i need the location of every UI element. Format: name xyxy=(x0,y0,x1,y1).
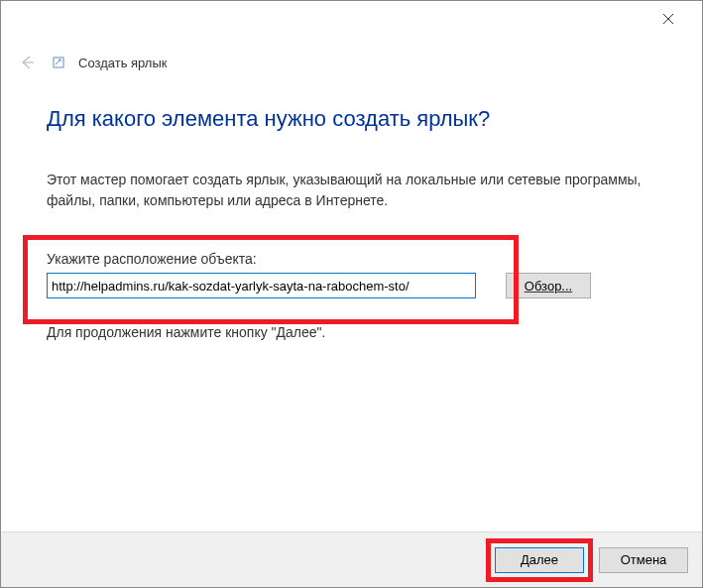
location-label: Укажите расположение объекта: xyxy=(47,251,656,267)
next-mnemonic: Д xyxy=(521,552,529,567)
wizard-header: Создать ярлык xyxy=(1,33,702,74)
cancel-button[interactable]: Отмена xyxy=(599,547,688,573)
next-button-wrap: Далее xyxy=(490,542,589,578)
browse-rest: бзор... xyxy=(534,279,572,294)
close-icon xyxy=(662,13,674,25)
titlebar xyxy=(1,1,702,33)
wizard-title: Создать ярлык xyxy=(78,56,167,70)
close-button[interactable] xyxy=(646,5,690,33)
browse-button[interactable]: Обзор... xyxy=(506,273,591,298)
continue-hint: Для продолжения нажмите кнопку "Далее". xyxy=(47,324,656,340)
page-heading: Для какого элемента нужно создать ярлык? xyxy=(47,106,656,132)
browse-mnemonic: О xyxy=(525,279,534,294)
next-button[interactable]: Далее xyxy=(495,547,584,573)
shortcut-wizard-icon xyxy=(53,57,64,68)
back-arrow-icon xyxy=(18,54,36,71)
location-input[interactable] xyxy=(47,273,476,298)
next-rest: алее xyxy=(529,552,558,567)
back-button[interactable] xyxy=(15,51,39,74)
location-section: Укажите расположение объекта: Обзор... xyxy=(47,251,656,298)
wizard-description: Этот мастер помогает создать ярлык, указ… xyxy=(47,170,656,211)
wizard-footer: Далее Отмена xyxy=(1,531,702,587)
location-row: Обзор... xyxy=(47,273,656,298)
wizard-content: Для какого элемента нужно создать ярлык?… xyxy=(1,74,702,340)
